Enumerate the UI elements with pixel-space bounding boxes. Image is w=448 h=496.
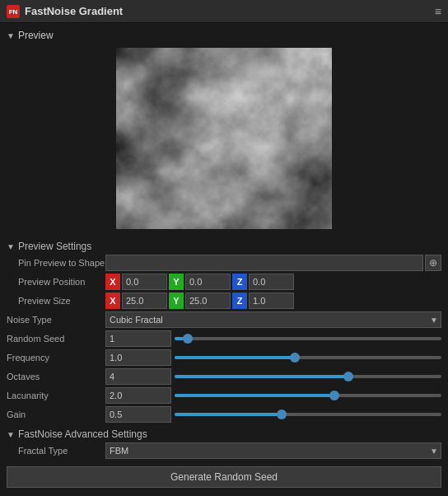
pos-x-input[interactable] <box>122 274 167 290</box>
preview-image <box>116 48 332 229</box>
title-bar-left: FN FastNoise Gradient <box>7 5 123 18</box>
fractal-type-dropdown[interactable]: FBM Billow RigidMulti <box>105 442 441 459</box>
advanced-settings-section: ▼ FastNoise Advanced Settings Fractal Ty… <box>7 425 441 459</box>
pos-y-label: Y <box>169 274 184 290</box>
noise-type-label: Noise Type <box>7 315 105 325</box>
fractal-type-value-area: FBM Billow RigidMulti ▼ <box>105 442 441 459</box>
octaves-slider-fill <box>175 375 348 378</box>
preview-size-row: Preview Size X Y Z <box>7 292 441 309</box>
preview-position-row: Preview Position X Y Z <box>7 274 441 290</box>
noise-type-dropdown-container: Cubic Fractal Value Value Fractal Perlin… <box>105 311 441 328</box>
preview-section-label: Preview <box>18 30 54 41</box>
pin-preview-value-area: ⊕ <box>105 255 441 271</box>
lacunarity-slider-fill <box>175 394 334 397</box>
octaves-label: Octaves <box>7 372 105 381</box>
frequency-label: Frequency <box>7 353 105 363</box>
noise-canvas <box>116 48 332 229</box>
random-seed-row: Random Seed <box>7 330 441 347</box>
preview-container <box>7 44 441 236</box>
octaves-input[interactable] <box>105 368 171 385</box>
frequency-slider-track[interactable] <box>175 356 441 359</box>
preview-section-header[interactable]: ▼ Preview <box>7 26 441 44</box>
advanced-settings-collapse-arrow: ▼ <box>7 430 15 439</box>
window-title: FastNoise Gradient <box>25 5 123 17</box>
random-seed-slider-track[interactable] <box>175 337 441 340</box>
pos-z-input[interactable] <box>249 274 294 290</box>
gain-input[interactable] <box>105 406 171 423</box>
random-seed-label: Random Seed <box>7 334 105 344</box>
noise-type-dropdown[interactable]: Cubic Fractal Value Value Fractal Perlin… <box>105 311 441 328</box>
size-y-input[interactable] <box>185 292 231 309</box>
lacunarity-slider-track[interactable] <box>175 394 441 397</box>
main-content: ▼ Preview ▼ Preview Settings Pin Preview… <box>0 23 448 491</box>
preview-settings-section: ▼ Preview Settings Pin Preview to Shape … <box>7 237 441 423</box>
noise-type-row: Noise Type Cubic Fractal Value Value Fra… <box>7 311 441 328</box>
preview-settings-collapse-arrow: ▼ <box>7 242 15 251</box>
lacunarity-input[interactable] <box>105 387 171 404</box>
gain-row: Gain <box>7 406 441 423</box>
generate-random-seed-button[interactable]: Generate Random Seed <box>7 466 441 488</box>
size-y-label: Y <box>169 292 184 309</box>
advanced-settings-label: FastNoise Advanced Settings <box>18 428 147 440</box>
gain-slider-fill <box>175 413 282 416</box>
preview-size-label: Preview Size <box>7 296 105 306</box>
app-icon: FN <box>7 5 20 18</box>
gain-slider-thumb[interactable] <box>277 409 287 419</box>
pin-preview-input[interactable] <box>105 255 423 271</box>
pin-preview-row: Pin Preview to Shape ⊕ <box>7 255 441 271</box>
pos-x-label: X <box>105 274 120 290</box>
size-z-label: Z <box>232 292 247 309</box>
preview-settings-header[interactable]: ▼ Preview Settings <box>7 237 441 255</box>
octaves-slider-track[interactable] <box>175 375 441 378</box>
size-x-label: X <box>105 292 120 309</box>
frequency-input[interactable] <box>105 349 171 366</box>
gain-slider-track[interactable] <box>175 413 441 416</box>
random-seed-value-area <box>105 330 441 347</box>
octaves-row: Octaves <box>7 368 441 385</box>
lacunarity-value-area <box>105 387 441 404</box>
lacunarity-row: Lacunarity <box>7 387 441 404</box>
pos-z-label: Z <box>232 274 247 290</box>
preview-settings-label: Preview Settings <box>18 241 91 252</box>
gain-value-area <box>105 406 441 423</box>
title-bar: FN FastNoise Gradient ≡ <box>0 0 448 23</box>
random-seed-input[interactable] <box>105 330 171 347</box>
noise-type-value-area: Cubic Fractal Value Value Fractal Perlin… <box>105 311 441 328</box>
gain-label: Gain <box>7 409 105 419</box>
frequency-value-area <box>105 349 441 366</box>
preview-size-coords: X Y Z <box>105 292 441 309</box>
svg-text:FN: FN <box>9 8 18 16</box>
size-z-input[interactable] <box>249 292 294 309</box>
pin-preview-label: Pin Preview to Shape <box>7 258 105 268</box>
pin-icon-button[interactable]: ⊕ <box>425 255 441 271</box>
preview-position-label: Preview Position <box>7 277 105 287</box>
preview-collapse-arrow: ▼ <box>7 31 15 40</box>
lacunarity-label: Lacunarity <box>7 391 105 400</box>
advanced-settings-header[interactable]: ▼ FastNoise Advanced Settings <box>7 425 441 442</box>
frequency-slider-fill <box>175 356 295 359</box>
frequency-slider-thumb[interactable] <box>290 353 300 363</box>
frequency-row: Frequency <box>7 349 441 366</box>
fractal-type-label: Fractal Type <box>7 446 105 456</box>
preview-position-coords: X Y Z <box>105 274 441 290</box>
size-x-input[interactable] <box>122 292 167 309</box>
pin-icon: ⊕ <box>429 257 437 269</box>
pos-y-input[interactable] <box>185 274 231 290</box>
octaves-value-area <box>105 368 441 385</box>
menu-icon[interactable]: ≡ <box>435 5 441 18</box>
octaves-slider-thumb[interactable] <box>343 372 353 381</box>
fractal-type-dropdown-container: FBM Billow RigidMulti ▼ <box>105 442 441 459</box>
lacunarity-slider-thumb[interactable] <box>329 391 339 400</box>
random-seed-slider-thumb[interactable] <box>183 334 193 344</box>
fractal-type-row: Fractal Type FBM Billow RigidMulti ▼ <box>7 442 441 459</box>
